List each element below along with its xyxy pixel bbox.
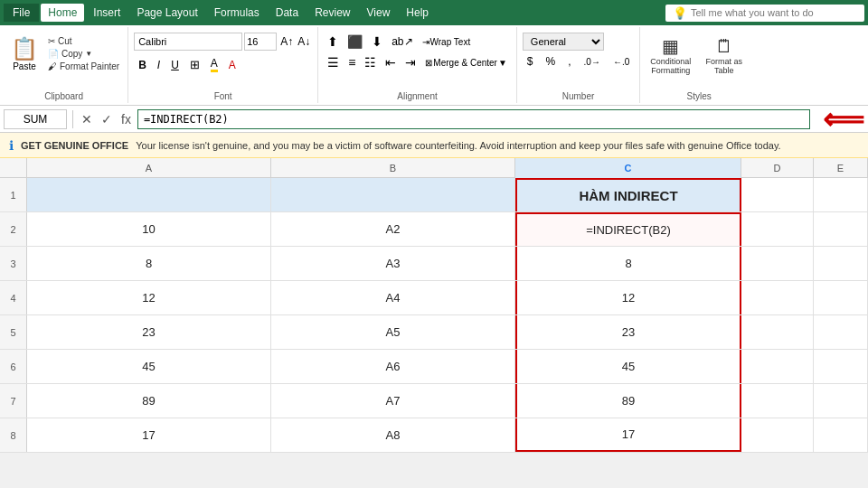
number-format-select[interactable]: General [523,33,604,51]
col-header-e[interactable]: E [814,158,868,178]
cell-c4[interactable]: 12 [515,281,741,314]
merge-center-button[interactable]: ⊠ Merge & Center ▼ [421,56,511,70]
cell-d4[interactable] [741,281,814,314]
cell-c3[interactable]: 8 [515,247,741,280]
cell-e8[interactable] [814,418,868,452]
align-top-button[interactable]: ⬆ [324,33,342,51]
menu-view[interactable]: View [360,4,398,22]
font-name-input[interactable] [134,33,242,51]
cell-d2[interactable] [741,212,814,246]
cell-a4[interactable]: 12 [27,281,271,314]
cell-b3[interactable]: A3 [271,247,515,280]
cell-c6[interactable]: 45 [515,350,741,383]
cell-b4[interactable]: A4 [271,281,515,314]
cell-c2[interactable]: =INDIRECT(B2) [515,212,741,246]
menu-home[interactable]: Home [41,4,84,22]
col-header-a[interactable]: A [27,158,271,178]
cell-a2[interactable]: 10 [27,212,271,246]
cell-c1[interactable]: HÀM INDIRECT [515,178,741,211]
font-increase-button[interactable]: A↑ [278,35,295,48]
search-input[interactable] [691,7,857,18]
fill-color-button[interactable]: A [206,55,222,74]
cancel-button[interactable]: ✕ [79,112,95,127]
font-decrease-button[interactable]: A↓ [296,35,312,48]
menu-formulas[interactable]: Formulas [207,4,267,22]
number-label: Number [517,91,639,101]
font-size-input[interactable] [244,33,277,51]
cell-e5[interactable] [814,315,868,349]
align-left-button[interactable]: ☰ [324,53,343,71]
font-color-button[interactable]: A [224,57,241,73]
orientation-button[interactable]: ab↗ [388,33,416,50]
align-right-button[interactable]: ☷ [361,53,380,71]
col-header-d[interactable]: D [741,158,814,178]
italic-button[interactable]: I [153,57,165,73]
cell-c5[interactable]: 23 [515,315,741,349]
menu-page-layout[interactable]: Page Layout [129,4,204,22]
cell-d6[interactable] [741,350,814,383]
ribbon-group-clipboard: 📋 Paste ✂ Cut 📄 Copy ▼ [0,27,128,103]
menu-file[interactable]: File [4,4,39,22]
cell-a8[interactable]: 17 [27,418,271,452]
cell-a5[interactable]: 23 [27,315,271,349]
align-bottom-button[interactable]: ⬇ [368,33,386,51]
align-center-button[interactable]: ≡ [344,53,359,71]
cell-d5[interactable] [741,315,814,349]
row-number-3: 3 [0,247,27,280]
cell-e2[interactable] [814,212,868,246]
cell-c8[interactable]: 17 [515,418,741,452]
percent-button[interactable]: % [542,53,561,70]
cell-e7[interactable] [814,384,868,418]
cell-e4[interactable] [814,281,868,314]
insert-function-button[interactable]: fx [118,112,134,127]
cell-e3[interactable] [814,247,868,280]
cell-d7[interactable] [741,384,814,418]
border-button[interactable]: ⊞ [185,56,204,73]
align-middle-button[interactable]: ⬛ [344,33,366,51]
format-table-button[interactable]: 🗒 Format as Table [699,33,749,78]
cell-b2[interactable]: A2 [271,212,515,246]
bold-button[interactable]: B [134,57,151,73]
conditional-formatting-button[interactable]: ▦ Conditional Formatting [646,33,695,78]
increase-indent-button[interactable]: ⇥ [401,53,420,71]
increase-decimal-button[interactable]: .0→ [580,55,605,69]
cell-e1[interactable] [814,178,868,211]
comma-button[interactable]: , [563,53,575,70]
col-header-c[interactable]: C [515,158,741,178]
decrease-decimal-button[interactable]: ←.0 [609,55,634,69]
paste-button[interactable]: 📋 Paste [5,33,43,75]
format-painter-button[interactable]: 🖌 Format Painter [45,61,122,72]
copy-button[interactable]: 📄 Copy ▼ [45,48,122,60]
cell-d8[interactable] [741,418,814,452]
cell-a6[interactable]: 45 [27,350,271,383]
cut-button[interactable]: ✂ Cut [45,35,122,47]
menu-review[interactable]: Review [307,4,357,22]
cell-d1[interactable] [741,178,814,211]
paste-icon: 📋 [11,36,38,61]
currency-button[interactable]: $ [523,53,538,70]
cell-c7[interactable]: 89 [515,384,741,418]
cell-e6[interactable] [814,350,868,383]
cell-b7[interactable]: A7 [271,384,515,418]
cell-d3[interactable] [741,247,814,280]
wrap-text-button[interactable]: ⇥ Wrap Text [419,35,475,49]
menu-data[interactable]: Data [269,4,306,22]
cell-a3[interactable]: 8 [27,247,271,280]
cell-b5[interactable]: A5 [271,315,515,349]
decrease-indent-button[interactable]: ⇤ [382,53,400,71]
underline-button[interactable]: U [166,57,184,73]
cell-b1[interactable] [271,178,515,211]
menu-help[interactable]: Help [399,4,436,22]
info-message: Your license isn't genuine, and you may … [136,140,780,151]
col-header-b[interactable]: B [271,158,515,178]
name-box[interactable] [4,109,67,129]
cell-b6[interactable]: A6 [271,350,515,383]
cell-a1[interactable] [27,178,271,211]
cell-b8[interactable]: A8 [271,418,515,452]
cell-a7[interactable]: 89 [27,384,271,418]
search-bar[interactable]: 💡 [665,5,864,22]
formula-input[interactable] [137,109,810,129]
menu-insert[interactable]: Insert [86,4,127,22]
confirm-button[interactable]: ✓ [99,112,115,127]
copy-dropdown-icon: ▼ [85,50,92,58]
